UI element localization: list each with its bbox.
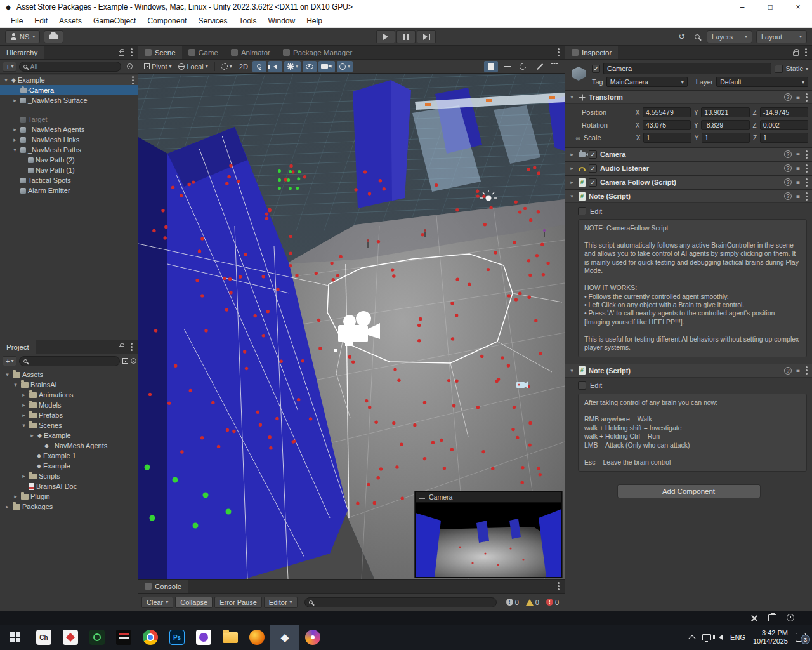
foldout-arrow-icon[interactable] xyxy=(29,432,36,439)
menu-window[interactable]: Window xyxy=(262,14,301,28)
tray-chevron-up-icon[interactable] xyxy=(688,635,695,642)
kebab-menu-icon[interactable] xyxy=(804,47,808,58)
tab-game[interactable]: Game xyxy=(182,46,225,59)
lock-icon[interactable] xyxy=(119,51,124,56)
hierarchy-item-target[interactable]: Target xyxy=(0,114,138,124)
static-dropdown-arrow-icon[interactable]: ▾ xyxy=(806,66,808,72)
notification-center-icon[interactable]: 3 xyxy=(796,633,806,642)
console-error-filter[interactable]: !0 xyxy=(544,599,561,606)
lock-icon[interactable] xyxy=(119,346,124,350)
scale-link-icon[interactable]: ∞ xyxy=(574,135,582,142)
taskbar-app-chrome[interactable] xyxy=(137,625,164,650)
position-x-field[interactable]: 4.555479 xyxy=(643,107,691,117)
play-button[interactable] xyxy=(376,30,395,43)
maximize-button[interactable]: □ xyxy=(756,0,784,14)
console-search-field[interactable] xyxy=(304,597,497,607)
project-item-example-scene[interactable]: ◆ Example xyxy=(0,430,138,441)
camera-preview-header[interactable]: Camera xyxy=(416,492,561,503)
tag-dropdown[interactable]: MainCamera▾ xyxy=(606,77,688,87)
create-asset-button[interactable]: + ▾ xyxy=(3,356,16,366)
project-item-prefabs[interactable]: Prefabs xyxy=(0,410,138,420)
rotation-y-field[interactable]: -8.829 xyxy=(701,120,749,130)
global-search-button[interactable] xyxy=(691,32,703,42)
project-item-plugin[interactable]: Plugin xyxy=(0,491,138,501)
tab-animator[interactable]: Animator xyxy=(225,46,277,59)
taskbar-app-purple[interactable] xyxy=(190,625,217,650)
pivot-dropdown[interactable]: Pivot▾ xyxy=(141,61,174,72)
note1-edit-checkbox[interactable] xyxy=(578,207,586,215)
network-icon[interactable] xyxy=(702,634,711,640)
kebab-menu-icon[interactable] xyxy=(804,149,809,160)
search-by-label-button[interactable] xyxy=(131,356,136,366)
kebab-menu-icon[interactable] xyxy=(804,177,809,188)
console-error-pause-button[interactable]: Error Pause xyxy=(214,597,262,608)
foldout-arrow-icon[interactable] xyxy=(20,422,27,428)
help-icon[interactable]: ? xyxy=(784,178,792,186)
scale-z-field[interactable]: 1 xyxy=(760,133,808,143)
menu-file[interactable]: File xyxy=(5,14,29,28)
hierarchy-search-input[interactable] xyxy=(30,63,117,70)
kebab-menu-icon[interactable] xyxy=(556,47,561,58)
tab-package-manager[interactable]: Package Manager xyxy=(277,46,358,59)
audio-listener-enabled-checkbox[interactable] xyxy=(589,164,597,173)
camera-follow-enabled-checkbox[interactable] xyxy=(589,178,597,187)
camera-settings-dropdown[interactable]: ▾ xyxy=(318,61,335,72)
scene-visibility-toggle[interactable] xyxy=(303,61,317,72)
project-item-navmesh-agents-scene[interactable]: ◆ _NavMesh Agents xyxy=(0,441,138,451)
taskbar-app-chrome-profile[interactable]: Ch xyxy=(30,625,57,650)
static-checkbox[interactable] xyxy=(775,65,783,73)
project-item-animations[interactable]: Animations xyxy=(0,390,138,400)
close-button[interactable]: × xyxy=(784,0,812,14)
foldout-arrow-icon[interactable] xyxy=(3,77,10,83)
foldout-arrow-icon[interactable] xyxy=(12,381,19,388)
kebab-menu-icon[interactable] xyxy=(129,47,134,58)
help-icon[interactable]: ? xyxy=(784,93,792,101)
hierarchy-item-navmesh-paths[interactable]: _NavMesh Paths xyxy=(0,145,138,155)
hierarchy-item-tactical-spots[interactable]: Tactical Spots xyxy=(0,175,138,185)
console-editor-dropdown[interactable]: Editor▾ xyxy=(264,597,298,608)
kebab-menu-icon[interactable] xyxy=(804,163,809,174)
help-icon[interactable]: ? xyxy=(784,367,792,375)
kebab-menu-icon[interactable] xyxy=(129,342,134,352)
presets-icon[interactable]: ≡ xyxy=(796,193,800,200)
project-item-models[interactable]: Models xyxy=(0,400,138,410)
foldout-arrow-icon[interactable] xyxy=(4,503,11,510)
console-warning-filter[interactable]: 0 xyxy=(523,599,542,606)
tray-tools-icon[interactable] xyxy=(750,614,758,621)
hierarchy-search-field[interactable] xyxy=(19,62,121,72)
foldout-arrow-icon[interactable] xyxy=(568,151,575,157)
rotation-z-field[interactable]: 0.002 xyxy=(760,120,808,130)
menu-edit[interactable]: Edit xyxy=(29,14,53,28)
active-checkbox[interactable] xyxy=(592,65,600,73)
gameobject-name-field[interactable]: Camera xyxy=(603,63,771,74)
tab-project[interactable]: Project xyxy=(0,340,36,354)
add-component-button[interactable]: Add Component xyxy=(617,484,761,498)
kebab-menu-icon[interactable] xyxy=(131,75,135,86)
rect-tool-button[interactable] xyxy=(547,61,561,72)
project-item-scenes[interactable]: Scenes xyxy=(0,420,138,430)
taskbar-app-red[interactable] xyxy=(57,625,84,650)
foldout-arrow-icon[interactable] xyxy=(4,371,11,378)
pause-button[interactable] xyxy=(396,30,416,43)
hierarchy-item-navmesh-agents[interactable]: _NavMesh Agents xyxy=(0,124,138,135)
kebab-menu-icon[interactable] xyxy=(804,365,809,376)
project-item-scripts[interactable]: Scripts xyxy=(0,471,138,481)
hierarchy-item-alarm-emitter[interactable]: Alarm Emitter xyxy=(0,185,138,196)
handle-space-dropdown[interactable]: Local▾ xyxy=(176,61,210,72)
project-item-brainsai[interactable]: BrainsAI xyxy=(0,380,138,390)
start-button[interactable] xyxy=(0,625,30,650)
scale-x-field[interactable]: 1 xyxy=(643,133,691,143)
layers-dropdown[interactable]: Layers▾ xyxy=(707,30,752,43)
camera-preview-window[interactable]: Camera xyxy=(415,491,562,578)
tab-console[interactable]: Console xyxy=(138,580,188,593)
foldout-arrow-icon[interactable] xyxy=(11,97,18,103)
scene-audio-toggle[interactable] xyxy=(268,61,282,72)
menu-assets[interactable]: Assets xyxy=(53,14,88,28)
cloud-services-button[interactable] xyxy=(44,30,63,43)
create-button[interactable]: + ▾ xyxy=(3,62,16,72)
taskbar-app-browser-orange[interactable] xyxy=(244,625,270,650)
foldout-arrow-icon[interactable] xyxy=(568,165,575,171)
menu-gameobject[interactable]: GameObject xyxy=(88,14,141,28)
tab-hierarchy[interactable]: Hierarchy xyxy=(0,46,44,59)
foldout-arrow-icon[interactable] xyxy=(12,493,19,500)
